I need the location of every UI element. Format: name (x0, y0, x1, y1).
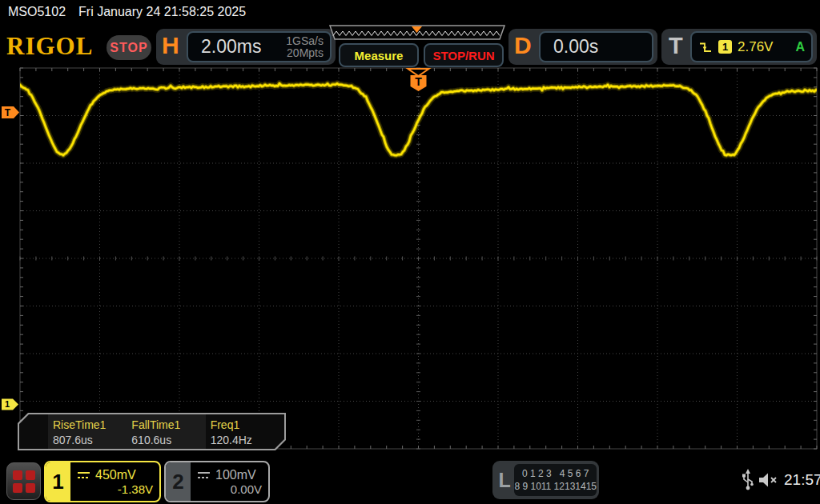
measurement-value: 610.6us (131, 434, 205, 446)
measurement-panel[interactable]: RiseTime1 807.6us FallTime1 610.6us Freq… (18, 413, 286, 450)
measurement-item: Freq1 120.4Hz (206, 414, 284, 449)
measurement-value: 120.4Hz (211, 434, 284, 446)
channel-1-box[interactable]: 1 450mV -1.38V (44, 461, 161, 502)
channel-2-scale: 100mV (215, 468, 256, 482)
measurement-label: Freq1 (211, 418, 284, 431)
measurement-item: RiseTime1 807.6us (48, 414, 127, 449)
oscilloscope-screen: MSO5102Fri January 24 21:58:25 2025 RIGO… (0, 0, 820, 504)
measurement-label: FallTime1 (131, 418, 205, 431)
svg-text:T: T (5, 107, 11, 118)
measurement-value: 807.6us (53, 434, 127, 446)
svg-text:1: 1 (5, 399, 10, 409)
dc-coupling-icon (77, 471, 91, 480)
svg-text:T: T (415, 75, 422, 88)
logic-row-2: 8 9 1011 12131415 (514, 480, 597, 493)
clock: 21:57 (784, 471, 820, 489)
menu-grid-icon (13, 470, 22, 480)
measurement-label: RiseTime1 (53, 418, 127, 431)
measurement-item: FallTime1 610.6us (127, 414, 205, 449)
speaker-muted-icon (758, 472, 781, 488)
usb-icon (742, 468, 754, 492)
logic-channels-box[interactable]: L 0 1 2 3 4 5 6 7 8 9 1011 12131415 (492, 461, 599, 499)
channel-2-badge: 2 (166, 462, 191, 501)
channel-2-offset: 0.00V (197, 482, 262, 496)
channel-1-badge: 1 (46, 462, 70, 501)
logic-row-1: 0 1 2 3 4 5 6 7 (514, 467, 597, 480)
channel-1-offset: -1.38V (77, 482, 153, 496)
menu-button[interactable] (6, 462, 41, 500)
logic-label: L (495, 469, 514, 492)
channel-2-box[interactable]: 2 100mV 0.00V (164, 461, 270, 502)
channel-1-scale: 450mV (95, 468, 136, 482)
dc-coupling-icon (197, 471, 211, 480)
